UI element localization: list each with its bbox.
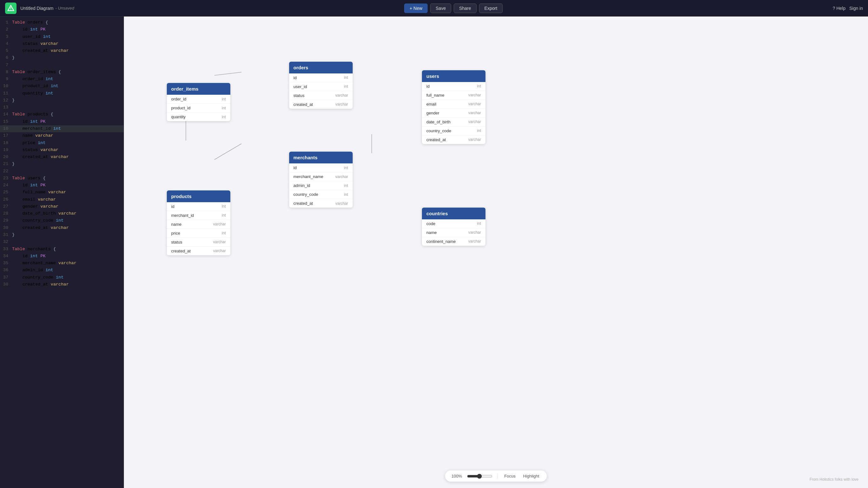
code-line-10: 10 product_id int	[0, 83, 124, 90]
table-row: date_of_birthvarchar	[422, 118, 486, 126]
table-countries[interactable]: countriescodeintnamevarcharcontinent_nam…	[422, 208, 486, 246]
code-panel[interactable]: 1Table orders {2 id int PK3 user_id int4…	[0, 17, 124, 488]
line-content: order_id int	[12, 76, 121, 83]
code-line-8: 8Table order_items {	[0, 69, 124, 76]
line-content: Table orders {	[12, 19, 121, 26]
zoom-slider[interactable]	[467, 474, 492, 479]
code-line-14: 14Table products {	[0, 111, 124, 118]
table-order_items[interactable]: order_itemsorder_idintproduct_idintquant…	[167, 83, 230, 121]
line-number: 3	[3, 33, 12, 40]
table-row: idint	[289, 74, 353, 82]
field-name: country_code	[426, 128, 451, 133]
svg-line-5	[214, 144, 242, 160]
code-line-36: 36 admin_id int	[0, 267, 124, 274]
table-products[interactable]: productsidintmerchant_idintnamevarcharpr…	[167, 191, 230, 255]
table-row: statusvarchar	[289, 91, 353, 100]
line-number: 8	[3, 69, 12, 76]
line-content: id int PK	[12, 182, 121, 189]
field-type: varchar	[213, 249, 226, 253]
table-row: product_idint	[167, 104, 230, 113]
field-type: int	[344, 183, 348, 188]
table-header-merchants: merchants	[289, 152, 353, 164]
line-content: merchant_id int	[12, 125, 121, 132]
line-content	[12, 168, 121, 175]
line-number: 4	[3, 40, 12, 47]
code-line-2: 2 id int PK	[0, 26, 124, 33]
field-name: id	[293, 75, 297, 80]
line-content: status varchar	[12, 40, 121, 47]
table-orders[interactable]: ordersidintuser_idintstatusvarcharcreate…	[289, 62, 353, 109]
field-name: name	[171, 222, 182, 227]
line-number: 29	[3, 217, 12, 224]
line-content: date_of_birth varchar	[12, 210, 121, 217]
field-type: int	[344, 75, 348, 80]
line-number: 11	[3, 90, 12, 97]
code-line-18: 18 price int	[0, 140, 124, 147]
code-line-32: 32	[0, 238, 124, 246]
save-button[interactable]: Save	[430, 3, 451, 13]
table-row: merchant_idint	[167, 211, 230, 220]
table-row: continent_namevarchar	[422, 237, 486, 246]
table-users[interactable]: usersidintfull_namevarcharemailvarcharge…	[422, 70, 486, 144]
svg-point-2	[10, 9, 11, 10]
table-row: merchant_namevarchar	[289, 172, 353, 181]
line-number: 31	[3, 231, 12, 238]
field-type: int	[344, 84, 348, 89]
code-line-16: 16 merchant_id int	[0, 125, 124, 132]
field-name: merchant_id	[171, 213, 194, 218]
code-line-35: 35 merchant_name varchar	[0, 260, 124, 267]
code-line-30: 30 created_at varchar	[0, 225, 124, 231]
line-content: gender varchar	[12, 203, 121, 210]
table-row: created_atvarchar	[289, 100, 353, 109]
line-content: id int PK	[12, 253, 121, 260]
line-content: email varchar	[12, 196, 121, 203]
highlight-button[interactable]: Highlight	[522, 473, 541, 479]
code-line-27: 27 gender varchar	[0, 203, 124, 210]
bottombar-separator	[498, 473, 498, 479]
line-number: 37	[3, 274, 12, 281]
diagram-title-area: Untitled Diagram - Unsaved	[20, 6, 74, 11]
line-number: 33	[3, 246, 12, 253]
line-number: 9	[3, 76, 12, 83]
table-merchants[interactable]: merchantsidintmerchant_namevarcharadmin_…	[289, 152, 353, 208]
line-number: 16	[3, 125, 12, 132]
field-type: varchar	[335, 93, 348, 97]
line-number: 12	[3, 97, 12, 104]
line-content: }	[12, 97, 121, 104]
help-link[interactable]: ? Help	[833, 6, 845, 11]
line-number: 23	[3, 175, 12, 182]
line-number: 28	[3, 210, 12, 217]
field-name: gender	[426, 111, 439, 115]
line-content: product_id int	[12, 83, 121, 90]
zoom-level: 100%	[452, 474, 462, 479]
right-actions: ? Help Sign in	[833, 6, 863, 11]
field-type: varchar	[213, 222, 226, 226]
code-line-6: 6}	[0, 54, 124, 61]
field-type: varchar	[335, 102, 348, 107]
line-number: 35	[3, 260, 12, 267]
code-line-25: 25 full_name varchar	[0, 189, 124, 196]
export-button[interactable]: Export	[479, 3, 503, 13]
table-row: quantityint	[167, 113, 230, 121]
line-content: admin_id int	[12, 267, 121, 274]
line-number: 26	[3, 196, 12, 203]
line-number: 32	[3, 238, 12, 246]
topbar: Untitled Diagram - Unsaved + New Save Sh…	[0, 0, 868, 17]
focus-button[interactable]: Focus	[503, 473, 517, 479]
code-line-33: 33Table merchants {	[0, 246, 124, 253]
line-number: 36	[3, 267, 12, 274]
diagram-name[interactable]: Untitled Diagram	[20, 6, 53, 11]
field-type: varchar	[468, 230, 481, 235]
line-content: country_code int	[12, 217, 121, 224]
line-number: 15	[3, 118, 12, 125]
line-content: Table merchants {	[12, 246, 121, 253]
code-line-1: 1Table orders {	[0, 19, 124, 26]
diagram-panel[interactable]: order_itemsorder_idintproduct_idintquant…	[124, 17, 868, 488]
new-button[interactable]: + New	[404, 3, 428, 13]
line-number: 18	[3, 140, 12, 147]
share-button[interactable]: Share	[454, 3, 476, 13]
signin-link[interactable]: Sign in	[849, 6, 863, 11]
line-number: 30	[3, 225, 12, 231]
line-number: 27	[3, 203, 12, 210]
line-content: Table users {	[12, 175, 121, 182]
